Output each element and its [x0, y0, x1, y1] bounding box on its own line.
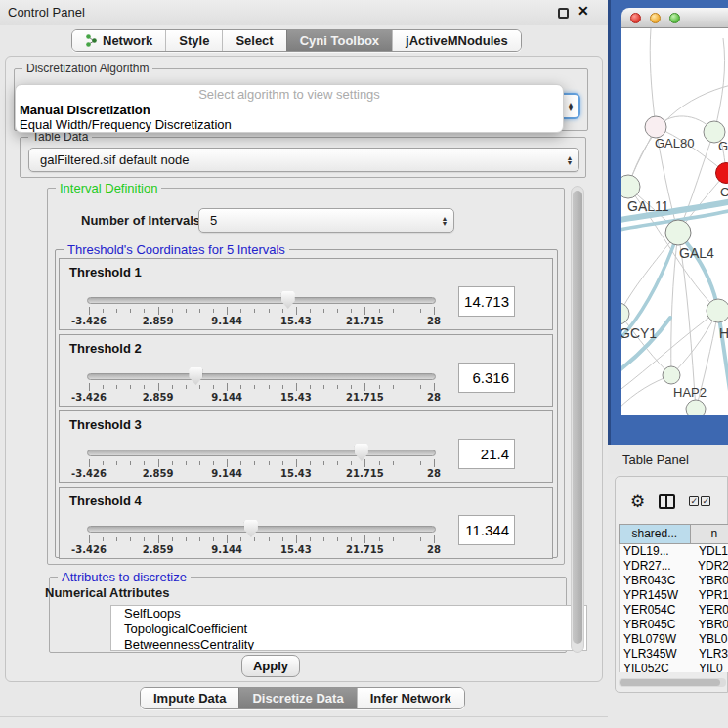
table-row[interactable]: YDL19...YDL1 [620, 544, 728, 559]
threshold-4-value-field[interactable]: 11.344 [458, 515, 515, 545]
scrollbar-thumb[interactable] [573, 191, 582, 644]
chevron-up-down-icon: ▲▼ [436, 216, 453, 226]
tab-impute-data[interactable]: Impute Data [141, 688, 238, 708]
attributes-group-label: Attributes to discretize [58, 570, 191, 584]
table-panel: ⚙ ✓ ✓ shared... n YDL19...YDL1 YDR27...Y… [615, 476, 728, 693]
minimize-traffic-light-icon[interactable] [650, 13, 661, 23]
table-row[interactable]: YLR345WYLR3 [620, 647, 728, 662]
node-label-hap2: HAP2 [673, 385, 707, 400]
node-label-partial: C [720, 185, 728, 199]
settings-scrollbar[interactable] [571, 186, 584, 653]
float-window-icon[interactable] [558, 8, 569, 19]
column-header-shared-name[interactable]: shared... [620, 525, 691, 543]
table-data-value: galFiltered.sif default node [29, 152, 561, 167]
threshold-coordinates-label: Threshold's Coordinates for 5 Intervals [64, 242, 289, 257]
control-panel-titlebar: Control Panel ✕ [0, 0, 608, 25]
list-item[interactable]: BetweennessCentrality [111, 637, 586, 651]
node-label-gal80: GAL80 [655, 136, 694, 150]
list-item[interactable]: TopologicalCoefficient [111, 621, 586, 637]
network-window-titlebar[interactable] [621, 8, 728, 28]
table-row[interactable]: YBR043CYBR0 [620, 574, 728, 588]
table-body: YDL19...YDL1 YDR27...YDR2 YBR043CYBR0 YP… [619, 544, 728, 672]
network-icon [85, 34, 98, 47]
algorithm-dropdown-popup: Select algorithm to view settings Manual… [15, 84, 564, 133]
table-header-row: shared... n [619, 524, 728, 544]
node-circle[interactable] [621, 303, 629, 324]
tab-discretize-data[interactable]: Discretize Data [238, 688, 356, 708]
threshold-3-slider[interactable] [87, 450, 436, 456]
tab-jactivemnodules[interactable]: jActiveMNodules [392, 30, 521, 51]
table-toolbar: ⚙ ✓ ✓ [616, 489, 728, 514]
node-label-gal4: GAL4 [679, 245, 714, 261]
threshold-3-value-field[interactable]: 21.4 [458, 439, 515, 469]
node-label-partial: GA [718, 139, 728, 153]
top-tab-bar: Network Style Select Cyni Toolbox jActiv… [71, 29, 522, 52]
tab-infer-network[interactable]: Infer Network [357, 688, 464, 708]
threshold-1-slider[interactable] [87, 297, 436, 304]
table-panel-title: Table Panel [622, 452, 689, 467]
number-of-intervals-combobox[interactable]: 5 ▲▼ [198, 208, 454, 233]
node-circle[interactable] [645, 116, 666, 138]
chevron-up-down-icon: ▲▼ [561, 155, 578, 165]
table-horizontal-scrollbar[interactable] [619, 678, 726, 687]
tab-style[interactable]: Style [165, 30, 222, 51]
number-of-intervals-value: 5 [199, 213, 436, 228]
dropdown-placeholder: Select algorithm to view settings [16, 87, 563, 103]
gear-icon[interactable]: ⚙ [630, 493, 645, 510]
threshold-1-panel: Threshold 1 -3.4262.8599.14415.4321.7152… [59, 258, 553, 330]
table-row[interactable]: YIL052CYIL0 [620, 662, 728, 672]
list-item[interactable]: SelfLoops [111, 606, 586, 621]
network-graph: GAL80 GA GAL11 C GAL4 GCY1 H HAP2 [621, 28, 728, 415]
node-circle[interactable] [621, 175, 640, 198]
threshold-1-value-field[interactable]: 14.713 [458, 286, 515, 317]
tab-network[interactable]: Network [72, 30, 165, 51]
threshold-2-panel: Threshold 2 -3.4262.8599.14415.4321.7152… [59, 334, 553, 407]
table-row[interactable]: YER054CYER0 [620, 603, 728, 618]
table-panel-header: Table Panel [608, 445, 728, 474]
threshold-2-value-field[interactable]: 6.316 [458, 363, 515, 393]
node-label-gal11: GAL11 [627, 198, 669, 214]
table-row[interactable]: YDR27...YDR2 [620, 559, 728, 574]
split-columns-icon[interactable] [659, 494, 675, 509]
column-header-name[interactable]: n [691, 525, 728, 543]
table-row[interactable]: YBR045CYBR0 [620, 618, 728, 632]
apply-button[interactable]: Apply [241, 655, 300, 677]
discretization-algorithm-label: Discretization Algorithm [22, 62, 152, 75]
tab-cyni-toolbox[interactable]: Cyni Toolbox [286, 30, 392, 51]
threshold-2-slider[interactable] [87, 373, 436, 380]
node-circle[interactable] [686, 400, 706, 415]
network-view-frame: GAL80 GA GAL11 C GAL4 GCY1 H HAP2 [608, 0, 728, 445]
numerical-attributes-label: Numerical Attributes [45, 585, 169, 600]
node-label-gcy1: GCY1 [621, 325, 657, 341]
bottom-tab-bar: Impute Data Discretize Data Infer Networ… [140, 687, 465, 709]
attributes-group: Attributes to discretize Numerical Attri… [49, 577, 567, 653]
checkbox-icon[interactable]: ✓ [689, 496, 699, 506]
close-traffic-light-icon[interactable] [630, 13, 641, 23]
dropdown-option-equal-width[interactable]: Equal Width/Frequency Discretization [16, 117, 563, 132]
scrollbar-thumb[interactable] [620, 679, 720, 686]
tab-select[interactable]: Select [222, 30, 285, 51]
close-icon[interactable]: ✕ [578, 3, 589, 19]
threshold-4-panel: Threshold 4 -3.4262.8599.14415.4321.7152… [59, 487, 553, 559]
table-data-group: Table Data galFiltered.sif default node … [20, 137, 586, 178]
node-table: shared... n YDL19...YDL1 YDR27...YDR2 YB… [619, 524, 728, 675]
numerical-attributes-list[interactable]: SelfLoops TopologicalCoefficient Between… [110, 605, 587, 651]
node-label-partial: H [719, 325, 728, 341]
dropdown-option-manual[interactable]: Manual Discretization [16, 103, 563, 117]
number-of-intervals-label: Number of Intervals [81, 213, 200, 228]
select-columns-icons[interactable]: ✓ ✓ [689, 496, 710, 506]
table-row[interactable]: YBL079WYBL0 [620, 632, 728, 647]
threshold-3-panel: Threshold 3 -3.4262.8599.14415.4321.7152… [59, 410, 553, 483]
node-hap2[interactable] [663, 366, 680, 384]
node-circle[interactable] [707, 299, 728, 322]
zoom-traffic-light-icon[interactable] [669, 13, 680, 23]
network-canvas[interactable]: GAL80 GA GAL11 C GAL4 GCY1 H HAP2 [621, 28, 728, 415]
node-gal4[interactable] [665, 220, 691, 245]
chevron-up-down-icon: ▲▼ [563, 102, 578, 111]
table-data-combobox[interactable]: galFiltered.sif default node ▲▼ [28, 148, 579, 172]
threshold-4-slider[interactable] [87, 526, 436, 533]
window-bottom-divider [0, 716, 608, 717]
interval-definition-label: Interval Definition [56, 181, 161, 195]
checkbox-icon[interactable]: ✓ [701, 496, 710, 506]
table-row[interactable]: YPR145WYPR1 [620, 588, 728, 603]
